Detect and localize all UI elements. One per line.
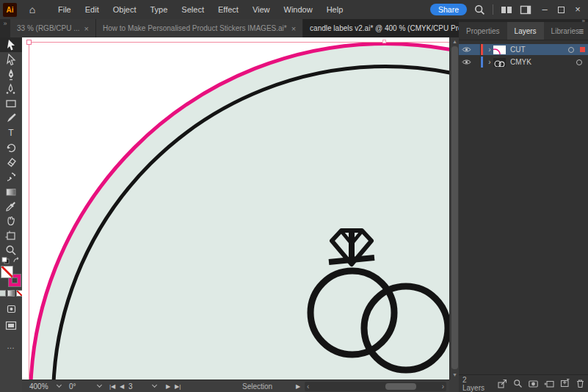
minimize-button[interactable]: – — [539, 4, 551, 15]
scroll-left-icon[interactable]: ‹ — [307, 382, 309, 391]
menu-edit[interactable]: Edit — [85, 5, 99, 14]
vertical-scrollbar[interactable]: ▲ ▼ — [449, 37, 459, 380]
edit-toolbar-button[interactable]: … — [0, 341, 22, 350]
paintbrush-tool[interactable] — [0, 111, 22, 126]
gradient-tool[interactable] — [0, 184, 22, 199]
scroll-right-icon[interactable]: › — [442, 382, 444, 391]
vertical-scroll-thumb[interactable] — [451, 46, 458, 369]
fill-swatch-none[interactable] — [1, 266, 12, 277]
last-artboard-button[interactable]: ▶| — [175, 380, 181, 392]
layer-name[interactable]: CMYK — [510, 58, 576, 66]
home-icon[interactable]: ⌂ — [23, 4, 42, 15]
lock-toggle[interactable] — [473, 44, 481, 55]
rectangle-tool[interactable] — [0, 96, 22, 111]
default-fill-stroke-icon[interactable] — [1, 257, 10, 264]
tab-properties[interactable]: Properties — [459, 22, 507, 40]
divider — [493, 4, 493, 15]
zoom-dropdown-icon[interactable] — [57, 380, 61, 392]
layer-name[interactable]: CUT — [510, 46, 568, 54]
document-tab[interactable]: How to Make Personalised Product Sticker… — [96, 19, 303, 37]
screen-mode-button[interactable] — [0, 318, 22, 333]
canvas[interactable] — [22, 37, 449, 380]
zoom-tool[interactable] — [0, 243, 22, 258]
expand-chevron-icon[interactable]: › — [486, 58, 493, 66]
eyedropper-tool[interactable] — [0, 199, 22, 214]
prev-artboard-button[interactable]: ◀ — [120, 380, 124, 392]
selection-tool[interactable] — [0, 37, 22, 52]
rotation-value[interactable]: 0° — [69, 380, 76, 392]
panel-dock: » Properties Layers Libraries ≡ › — [459, 19, 588, 392]
draw-mode-button[interactable] — [0, 302, 22, 316]
menubar: Ai ⌂ File Edit Object Type Select Effect… — [0, 0, 588, 19]
direct-selection-icon — [5, 54, 18, 66]
direct-selection-tool[interactable] — [0, 52, 22, 67]
layer-row-cut[interactable]: › CUT — [459, 44, 588, 55]
maximize-button[interactable] — [558, 7, 565, 13]
layer-row-cmyk[interactable]: › CMYK — [459, 57, 588, 68]
selected-art-indicator[interactable] — [580, 47, 585, 52]
target-circle-icon[interactable] — [576, 59, 582, 65]
tab-layers[interactable]: Layers — [507, 22, 544, 40]
paintbrush-icon — [5, 112, 17, 124]
none-mode-button[interactable] — [17, 291, 22, 296]
status-menu-arrow-icon[interactable]: ▶ — [296, 380, 300, 392]
workspace-switcher-icon[interactable] — [520, 5, 531, 15]
collect-export-icon[interactable] — [498, 379, 507, 388]
menu-help[interactable]: Help — [327, 5, 344, 14]
menu-view[interactable]: View — [253, 5, 270, 14]
statusbar: 400% 0° |◀ ◀ 3 ▶ ▶| Selection ▶ ‹ › — [22, 380, 449, 392]
new-sublayer-icon[interactable] — [544, 379, 554, 388]
lock-toggle[interactable] — [473, 57, 481, 68]
menu-object[interactable]: Object — [113, 5, 137, 14]
tab-scroll-icon[interactable]: » — [0, 19, 10, 37]
pen-tool[interactable] — [0, 67, 22, 81]
swap-fill-stroke-icon[interactable] — [12, 257, 21, 264]
target-circle-icon[interactable] — [568, 47, 574, 53]
rotation-dropdown-icon[interactable] — [98, 380, 101, 392]
share-button[interactable]: Share — [430, 4, 467, 15]
scale-tool[interactable] — [0, 170, 22, 184]
menu-window[interactable]: Window — [284, 5, 313, 14]
artboard-tool[interactable] — [0, 228, 22, 243]
menu-type[interactable]: Type — [150, 5, 168, 14]
expand-chevron-icon[interactable]: › — [486, 46, 493, 54]
arrange-documents-icon[interactable] — [501, 5, 512, 15]
selection-anchor-handle[interactable] — [26, 40, 32, 45]
layer-thumbnail[interactable] — [493, 58, 506, 67]
eraser-tool[interactable] — [0, 155, 22, 170]
panel-menu-icon[interactable]: ≡ — [578, 26, 584, 37]
draw-normal-icon — [6, 304, 17, 314]
close-icon[interactable]: × — [84, 24, 89, 33]
make-mask-icon[interactable] — [529, 379, 538, 388]
color-mode-button[interactable] — [0, 291, 5, 296]
rotate-tool[interactable] — [0, 140, 22, 155]
document-tab[interactable]: 33 % (RGB/CPU ... × — [10, 19, 96, 37]
delete-layer-icon[interactable] — [576, 379, 585, 388]
search-icon[interactable] — [474, 4, 485, 15]
visibility-eye-icon[interactable] — [462, 59, 471, 65]
anchor-point[interactable] — [382, 40, 386, 43]
next-artboard-button[interactable]: ▶ — [166, 380, 170, 392]
artboard-number[interactable]: 3 — [128, 380, 133, 392]
type-tool[interactable]: T — [0, 126, 22, 140]
menu-file[interactable]: File — [58, 5, 71, 14]
gradient-mode-button[interactable] — [8, 291, 13, 296]
pen-icon — [5, 68, 17, 81]
menu-effect[interactable]: Effect — [218, 5, 239, 14]
selection-arrow-icon — [5, 39, 18, 51]
layer-thumbnail[interactable] — [493, 46, 506, 54]
zoom-level[interactable]: 400% — [29, 380, 48, 392]
hand-tool[interactable] — [0, 214, 22, 228]
new-layer-icon[interactable] — [560, 379, 570, 388]
visibility-eye-icon[interactable] — [462, 46, 471, 53]
horizontal-scrollbar[interactable]: ‹ › — [305, 382, 446, 391]
locate-object-icon[interactable] — [513, 379, 523, 388]
menu-select[interactable]: Select — [181, 5, 204, 14]
wedding-rings-artwork[interactable] — [305, 225, 449, 380]
artboard-dropdown-icon[interactable] — [153, 380, 156, 392]
close-window-button[interactable]: × — [572, 4, 584, 15]
curvature-tool[interactable] — [0, 81, 22, 96]
first-artboard-button[interactable]: |◀ — [109, 380, 115, 392]
horizontal-scroll-thumb[interactable] — [385, 383, 416, 390]
close-icon[interactable]: × — [291, 24, 296, 33]
